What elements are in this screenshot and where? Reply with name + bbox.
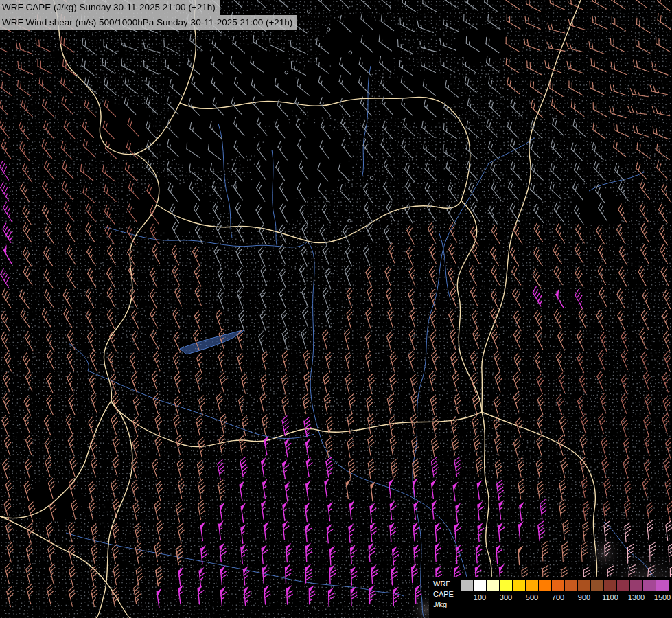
legend-swatch: [578, 580, 590, 591]
cape-legend: WRF CAPE J/kg 10030050070090011001300150…: [429, 577, 672, 618]
legend-swatch: [526, 580, 538, 591]
title-cape: WRF CAPE (J/kg) Sunday 30-11-2025 21:00 …: [0, 0, 220, 15]
legend-swatch: [630, 580, 642, 591]
legend-swatch: [500, 580, 512, 591]
wind-barb-map-canvas: [0, 0, 672, 618]
legend-swatch: [474, 580, 486, 591]
legend-labels: WRF CAPE J/kg: [433, 579, 461, 618]
legend-tick-label: 700: [552, 593, 564, 602]
legend-swatch: [604, 580, 616, 591]
legend-tick-label: 1500: [654, 593, 671, 602]
legend-tick-label: 1100: [602, 593, 618, 602]
legend-swatch: [539, 580, 551, 591]
legend-swatch: [591, 580, 603, 591]
legend-tick-label: 100: [474, 593, 486, 602]
legend-model-label: WRF: [433, 579, 461, 589]
legend-swatch: [487, 580, 499, 591]
legend-tick-label: 300: [500, 593, 512, 602]
legend-tick-label: 500: [526, 593, 538, 602]
legend-swatch: [513, 580, 525, 591]
legend-swatch: [552, 580, 564, 591]
legend-swatches: [461, 580, 669, 591]
legend-param-label: CAPE: [433, 589, 461, 599]
weather-map: WRF CAPE (J/kg) Sunday 30-11-2025 21:00 …: [0, 0, 672, 618]
legend-swatch: [643, 580, 656, 591]
legend-swatch: [617, 580, 629, 591]
map-title-overlay: WRF CAPE (J/kg) Sunday 30-11-2025 21:00 …: [0, 0, 297, 30]
legend-unit-label: J/kg: [433, 599, 461, 610]
legend-ticks: 100300500700900110013001500: [461, 591, 669, 604]
legend-swatch: [461, 580, 473, 591]
legend-swatch: [565, 580, 577, 591]
title-windshear: WRF Wind shear (m/s) 500/1000hPa Sunday …: [0, 15, 297, 30]
legend-scale: 100300500700900110013001500: [461, 579, 669, 618]
legend-tick-label: 900: [578, 593, 590, 602]
legend-swatch: [656, 580, 669, 591]
legend-tick-label: 1300: [628, 593, 645, 602]
